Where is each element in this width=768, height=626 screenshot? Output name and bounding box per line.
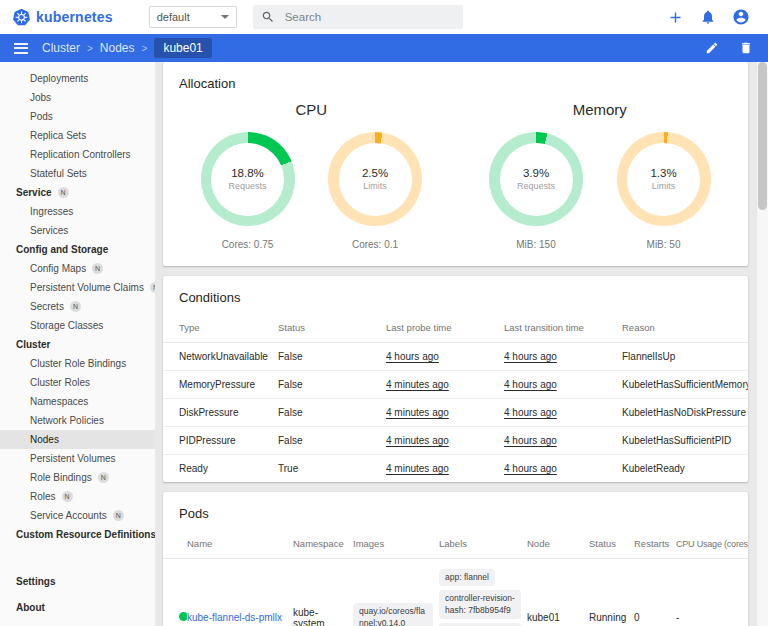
breadcrumb-current: kube01 bbox=[154, 38, 211, 58]
pod-node-cell: kube01 bbox=[527, 559, 589, 626]
breadcrumb: Cluster > Nodes > kube01 bbox=[42, 38, 212, 58]
namespaced-badge: N bbox=[98, 472, 109, 483]
breadcrumb-separator: > bbox=[142, 43, 148, 54]
scrollbar-thumb[interactable] bbox=[758, 62, 767, 210]
edit-button[interactable] bbox=[702, 38, 722, 58]
search-icon bbox=[261, 10, 275, 24]
condition-type-cell: MemoryPressure bbox=[163, 371, 278, 399]
condition-probe-cell: 4 hours ago bbox=[386, 343, 504, 371]
column-header-name: Name bbox=[187, 529, 293, 559]
pods-table: Name Namespace Images Labels Node Status… bbox=[163, 529, 748, 626]
sidebar-item-persistent-volume-claims[interactable]: Persistent Volume ClaimsN bbox=[0, 278, 155, 297]
sidebar-item-service-accounts[interactable]: Service AccountsN bbox=[0, 506, 155, 525]
namespace-selector[interactable]: default bbox=[149, 6, 237, 28]
pods-card: Pods Name Namespace Images Labels Node S… bbox=[163, 492, 748, 626]
column-header-cpu-usage: CPU Usage (cores) bbox=[676, 529, 748, 559]
transition-time-tooltip[interactable]: 4 hours ago bbox=[504, 351, 557, 362]
sidebar-item-replica-sets[interactable]: Replica Sets bbox=[0, 126, 155, 145]
transition-time-tooltip[interactable]: 4 hours ago bbox=[504, 379, 557, 390]
sidebar-group-cluster[interactable]: Cluster bbox=[0, 335, 155, 354]
sidebar-item-network-policies[interactable]: Network Policies bbox=[0, 411, 155, 430]
sidebar-item-roles[interactable]: RolesN bbox=[0, 487, 155, 506]
sidebar-item-config-maps[interactable]: Config MapsN bbox=[0, 259, 155, 278]
page-body: Deployments Jobs Pods Replica Sets Repli… bbox=[0, 62, 768, 626]
sidebar-item-settings[interactable]: Settings bbox=[0, 568, 155, 594]
column-header-namespace: Namespace bbox=[293, 529, 353, 559]
main-content: Allocation CPU 18.8% Requests bbox=[155, 62, 756, 626]
condition-row: Ready True 4 minutes ago 4 hours ago Kub… bbox=[163, 455, 748, 483]
sidebar-item-services[interactable]: Services bbox=[0, 221, 155, 240]
probe-time-tooltip[interactable]: 4 minutes ago bbox=[386, 435, 449, 446]
pod-name-link[interactable]: kube-flannel-ds-pmllx bbox=[187, 612, 282, 623]
account-button[interactable] bbox=[728, 4, 754, 30]
sidebar-item-namespaces[interactable]: Namespaces bbox=[0, 392, 155, 411]
probe-time-tooltip[interactable]: 4 hours ago bbox=[386, 351, 439, 362]
conditions-header-row: Type Status Last probe time Last transit… bbox=[163, 313, 748, 343]
namespaced-badge: N bbox=[92, 263, 103, 274]
column-header-status-icon bbox=[163, 529, 187, 559]
search-bar[interactable] bbox=[253, 5, 463, 29]
memory-limits-donut-chart: 1.3% Limits bbox=[617, 132, 711, 226]
column-header-images: Images bbox=[353, 529, 439, 559]
breadcrumb-nodes[interactable]: Nodes bbox=[100, 41, 135, 55]
sidebar-item-cluster-role-bindings[interactable]: Cluster Role Bindings bbox=[0, 354, 155, 373]
sidebar-group-config-and-storage[interactable]: Config and Storage bbox=[0, 240, 155, 259]
condition-probe-cell: 4 minutes ago bbox=[386, 427, 504, 455]
probe-time-tooltip[interactable]: 4 minutes ago bbox=[386, 463, 449, 474]
breadcrumb-separator: > bbox=[87, 43, 93, 54]
sidebar-item-jobs[interactable]: Jobs bbox=[0, 88, 155, 107]
namespaced-badge: N bbox=[113, 510, 124, 521]
chevron-down-icon bbox=[221, 15, 229, 19]
sidebar-item-storage-classes[interactable]: Storage Classes bbox=[0, 316, 155, 335]
cpu-allocation-group: CPU 18.8% Requests Cores: 0.75 bbox=[167, 101, 456, 250]
conditions-table: Type Status Last probe time Last transit… bbox=[163, 313, 748, 482]
condition-transition-cell: 4 hours ago bbox=[504, 427, 622, 455]
sidebar-item-pods[interactable]: Pods bbox=[0, 107, 155, 126]
condition-status-cell: True bbox=[278, 455, 386, 483]
breadcrumb-cluster[interactable]: Cluster bbox=[42, 41, 80, 55]
notifications-button[interactable] bbox=[695, 4, 721, 30]
column-header-last-probe-time: Last probe time bbox=[386, 313, 504, 343]
pod-name-cell: kube-flannel-ds-pmllx bbox=[187, 559, 293, 626]
create-button[interactable] bbox=[662, 4, 688, 30]
sidebar-item-stateful-sets[interactable]: Stateful Sets bbox=[0, 164, 155, 183]
brand[interactable]: kubernetes bbox=[12, 8, 113, 27]
sidebar-item-role-bindings[interactable]: Role BindingsN bbox=[0, 468, 155, 487]
memory-allocation-group: Memory 3.9% Requests MiB: 150 bbox=[456, 101, 745, 250]
cpu-group-title: CPU bbox=[167, 101, 456, 118]
resource-actions bbox=[702, 38, 756, 58]
condition-reason-cell: KubeletReady bbox=[622, 455, 748, 483]
sidebar-item-cluster-roles[interactable]: Cluster Roles bbox=[0, 373, 155, 392]
probe-time-tooltip[interactable]: 4 minutes ago bbox=[386, 379, 449, 390]
breadcrumb-bar: Cluster > Nodes > kube01 bbox=[0, 34, 768, 62]
user-avatar-icon bbox=[732, 8, 750, 26]
condition-reason-cell: FlannelIsUp bbox=[622, 343, 748, 371]
search-input[interactable] bbox=[283, 10, 455, 24]
delete-button[interactable] bbox=[736, 38, 756, 58]
sidebar-item-ingresses[interactable]: Ingresses bbox=[0, 202, 155, 221]
sidebar-item-nodes[interactable]: Nodes bbox=[0, 430, 155, 449]
sidebar-item-deployments[interactable]: Deployments bbox=[0, 69, 155, 88]
sidebar-item-about[interactable]: About bbox=[0, 594, 155, 620]
pods-title: Pods bbox=[163, 492, 748, 529]
condition-reason-cell: KubeletHasNoDiskPressure bbox=[622, 399, 748, 427]
sidebar-group-service[interactable]: ServiceN bbox=[0, 183, 155, 202]
allocation-groups: CPU 18.8% Requests Cores: 0.75 bbox=[163, 99, 748, 266]
sidebar-item-replication-controllers[interactable]: Replication Controllers bbox=[0, 145, 155, 164]
label-chip: controller-revision-hash: 7fb8b954f9 bbox=[439, 590, 521, 619]
transition-time-tooltip[interactable]: 4 hours ago bbox=[504, 407, 557, 418]
condition-transition-cell: 4 hours ago bbox=[504, 455, 622, 483]
menu-icon[interactable] bbox=[12, 41, 30, 56]
pods-header-row: Name Namespace Images Labels Node Status… bbox=[163, 529, 748, 559]
pod-row[interactable]: kube-flannel-ds-pmllx kube-system quay.i… bbox=[163, 559, 748, 626]
transition-time-tooltip[interactable]: 4 hours ago bbox=[504, 435, 557, 446]
pod-labels-cell: app: flannel controller-revision-hash: 7… bbox=[439, 559, 527, 626]
namespaced-badge: N bbox=[62, 491, 73, 502]
probe-time-tooltip[interactable]: 4 minutes ago bbox=[386, 407, 449, 418]
scrollbar[interactable] bbox=[756, 62, 768, 626]
sidebar-item-persistent-volumes[interactable]: Persistent Volumes bbox=[0, 449, 155, 468]
transition-time-tooltip[interactable]: 4 hours ago bbox=[504, 463, 557, 474]
cpu-limits-donut-chart: 2.5% Limits bbox=[328, 132, 422, 226]
sidebar-item-custom-resource-definitions[interactable]: Custom Resource Definitions bbox=[0, 525, 155, 544]
sidebar-item-secrets[interactable]: SecretsN bbox=[0, 297, 155, 316]
